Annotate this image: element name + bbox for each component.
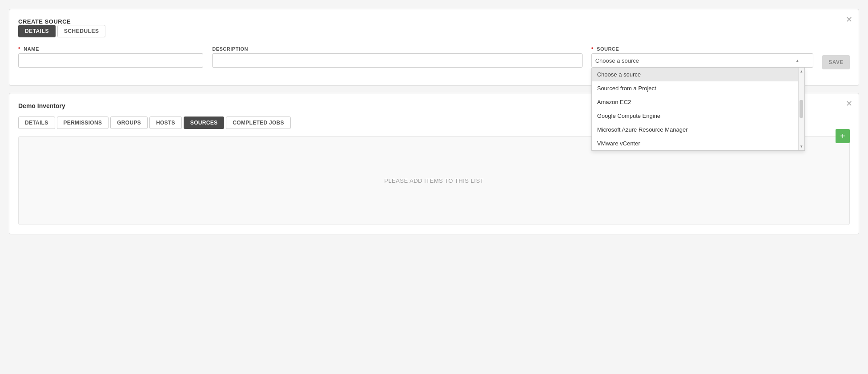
source-required-star: * [591,46,594,52]
create-source-close-button[interactable]: ✕ [846,16,852,24]
source-select-button[interactable]: Choose a source ▲ [591,53,813,68]
empty-list-message: PLEASE ADD ITEMS TO THIS LIST [384,177,484,184]
tab-schedules[interactable]: SCHEDULES [57,25,106,37]
scrollbar-up-icon[interactable]: ▲ [799,68,804,74]
description-label: DESCRIPTION [212,46,582,52]
inv-tab-details[interactable]: DETAILS [18,117,55,129]
source-label: * SOURCE [591,46,813,52]
dropdown-item-ec2[interactable]: Amazon EC2 [592,95,798,109]
dropdown-items: Choose a source Sourced from a Project A… [592,68,798,150]
name-required-star: * [18,46,20,52]
create-source-tabs: DETAILS SCHEDULES [18,25,850,37]
source-select-arrow-icon: ▲ [795,58,800,63]
dropdown-item-gce[interactable]: Google Compute Engine [592,109,798,123]
add-source-button[interactable]: + [836,129,850,143]
save-button[interactable]: SAVE [822,55,850,69]
source-form-group: * SOURCE Choose a source ▲ Choose a sour… [591,46,813,68]
inv-tab-groups[interactable]: GROUPS [110,117,148,129]
create-source-form-row: * NAME DESCRIPTION * SOURCE [18,46,850,69]
name-form-group: * NAME [18,46,203,68]
tab-details[interactable]: DETAILS [18,25,56,37]
dropdown-item-vmware[interactable]: VMware vCenter [592,137,798,150]
inventory-close-button[interactable]: ✕ [846,100,852,108]
inv-tab-hosts[interactable]: HOSTS [149,117,182,129]
dropdown-item-project[interactable]: Sourced from a Project [592,81,798,95]
source-select-value: Choose a source [595,57,639,64]
dropdown-item-choose[interactable]: Choose a source [592,68,798,81]
create-source-title: CREATE SOURCE [18,18,71,25]
description-form-group: DESCRIPTION [212,46,582,68]
name-input[interactable] [18,53,203,68]
name-label: * NAME [18,46,203,52]
inv-tab-completed-jobs[interactable]: COMPLETED JOBS [226,117,291,129]
inv-tab-sources[interactable]: SOURCES [184,117,224,129]
dropdown-scrollbar[interactable]: ▲ ▼ [798,68,804,150]
inv-tab-permissions[interactable]: PERMISSIONS [57,117,109,129]
dropdown-item-azure[interactable]: Microsoft Azure Resource Manager [592,123,798,137]
source-select-wrapper: Choose a source ▲ Choose a source Source… [591,53,813,68]
scrollbar-down-icon[interactable]: ▼ [799,144,804,149]
form-actions: SAVE [822,46,850,69]
create-source-panel: CREATE SOURCE ✕ DETAILS SCHEDULES * NAME… [9,9,859,86]
dropdown-scroll-wrapper: Choose a source Sourced from a Project A… [592,68,804,150]
scrollbar-thumb[interactable] [800,100,803,118]
description-input[interactable] [212,53,582,68]
source-dropdown-list: Choose a source Sourced from a Project A… [591,68,805,151]
